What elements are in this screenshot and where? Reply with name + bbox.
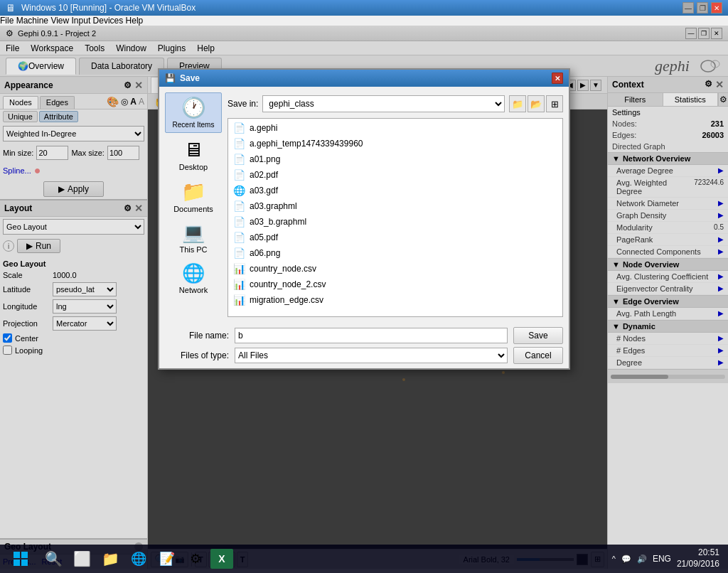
taskbar-clock[interactable]: 20:51 21/09/2016 <box>677 547 719 569</box>
file-a-gephi[interactable]: 📄 a.gephi <box>230 120 561 136</box>
title-bar: 🖥 Windows 10 [Running] - Oracle VM Virtu… <box>0 0 728 16</box>
menu-file[interactable]: File <box>0 16 14 26</box>
file-icon-0: 📄 <box>232 122 245 134</box>
start-button[interactable] <box>3 546 38 569</box>
filetype-select[interactable]: All Files <box>235 348 508 363</box>
taskbar-app-file-explorer[interactable]: 📁 <box>97 546 124 569</box>
tray-lang[interactable]: ENG <box>653 554 671 564</box>
this-pc-btn[interactable]: 💻 This PC <box>165 218 222 257</box>
svg-rect-30 <box>14 559 20 566</box>
file-icon-1: 📄 <box>232 138 245 149</box>
vbox-menu-bar: File Machine View Input Devices Help <box>0 16 728 26</box>
title-text: Windows 10 [Running] - Oracle VM Virtual… <box>21 3 196 13</box>
dialog-title: Save <box>180 73 200 83</box>
menu-help[interactable]: Help <box>126 16 144 26</box>
tray-message-icon[interactable]: 💬 <box>621 555 631 564</box>
save-in-select[interactable]: gephi_class <box>262 95 505 112</box>
file-country-node2-csv[interactable]: 📊 country_node_2.csv <box>230 277 561 292</box>
dialog-footer: File name: Save Files of type: All Files… <box>159 323 569 368</box>
save-btn[interactable]: Save <box>513 327 563 344</box>
file-icon-2: 📄 <box>232 154 245 165</box>
desktop-icon: 🖥 <box>183 138 203 161</box>
file-icon-5: 📄 <box>232 200 245 212</box>
network-btn[interactable]: 🌐 Network <box>165 259 222 298</box>
filename-input[interactable] <box>235 328 508 343</box>
filename-row: File name: Save <box>165 327 563 344</box>
desktop-btn[interactable]: 🖥 Desktop <box>165 134 222 175</box>
dialog-body: 🕐 Recent Items 🖥 Desktop 📁 Documents 💻 T… <box>159 87 569 323</box>
cancel-btn[interactable]: Cancel <box>513 347 563 364</box>
close-btn[interactable]: ✕ <box>711 2 722 14</box>
dialog-title-bar: 💾 Save ✕ <box>159 70 569 87</box>
dialog-close-btn[interactable]: ✕ <box>552 73 563 84</box>
recent-items-btn[interactable]: 🕐 Recent Items <box>165 92 222 133</box>
windows-logo <box>14 552 28 566</box>
pc-icon: 💻 <box>182 222 205 244</box>
gephi-window: ⚙ Gephi 0.9.1 - Project 2 — ❐ ✕ File Wor… <box>0 26 728 569</box>
file-icon-11: 📊 <box>232 294 245 306</box>
file-icon-8: 📄 <box>232 247 245 259</box>
save-dialog: 💾 Save ✕ 🕐 Recent Items 🖥 Desktop <box>158 68 570 370</box>
file-a01-png[interactable]: 📄 a01.png <box>230 151 561 167</box>
file-a03b-graphml[interactable]: 📄 a03_b.graphml <box>230 214 561 230</box>
taskbar-tray: ^ 💬 🔊 ENG 20:51 21/09/2016 <box>606 547 725 569</box>
menu-devices[interactable]: Devices <box>93 16 124 26</box>
maximize-btn[interactable]: ❐ <box>697 2 708 14</box>
file-a03-gdf[interactable]: 🌐 a03.gdf <box>230 183 561 198</box>
file-list[interactable]: 📄 a.gephi 📄 a.gephi_temp1474339439960 📄 … <box>228 118 563 317</box>
recent-icon: 🕐 <box>181 96 206 119</box>
network-location-icon: 🌐 <box>182 262 205 284</box>
menu-view[interactable]: View <box>50 16 69 26</box>
taskbar-app-edge[interactable]: 🌐 <box>125 546 152 569</box>
save-toolbar: 📁 📂 ⊞ <box>509 95 563 112</box>
tray-chevron[interactable]: ^ <box>612 555 616 563</box>
file-icon-10: 📊 <box>232 279 245 290</box>
file-a03-graphml[interactable]: 📄 a03.graphml <box>230 198 561 214</box>
task-view-btn[interactable]: ⬜ <box>68 546 95 569</box>
documents-btn[interactable]: 📁 Documents <box>165 176 222 217</box>
taskbar-app-gephi[interactable]: ⚙ <box>182 546 209 569</box>
taskbar-app-excel[interactable]: X <box>210 549 233 569</box>
file-migration-edge-csv[interactable]: 📊 migration_edge.csv <box>230 292 561 308</box>
virtualbox-icon: 🖥 <box>6 2 16 14</box>
file-a05-pdf[interactable]: 📄 a05.pdf <box>230 230 561 245</box>
svg-rect-31 <box>21 559 28 566</box>
file-icon-6: 📄 <box>232 216 245 227</box>
save-in-row: Save in: gephi_class 📁 📂 ⊞ <box>228 92 563 115</box>
menu-machine[interactable]: Machine <box>16 16 48 26</box>
filetype-row: Files of type: All Files Cancel <box>165 347 563 364</box>
window-controls[interactable]: — ❐ ✕ <box>682 2 722 14</box>
up-folder-btn[interactable]: 📁 <box>509 95 526 112</box>
file-a02-pdf[interactable]: 📄 a02.pdf <box>230 167 561 183</box>
tray-speaker-icon[interactable]: 🔊 <box>637 555 647 564</box>
file-icon-3: 📄 <box>232 169 245 181</box>
svg-rect-28 <box>14 552 20 558</box>
filetype-label: Files of type: <box>165 350 229 360</box>
file-country-node-csv[interactable]: 📊 country_node.csv <box>230 261 561 277</box>
documents-icon: 📁 <box>181 180 206 203</box>
taskbar-date-text: 21/09/2016 <box>677 559 719 569</box>
dialog-file-area: Save in: gephi_class 📁 📂 ⊞ 📄 <box>228 92 563 317</box>
save-in-label: Save in: <box>228 99 258 109</box>
taskbar-app-notepad[interactable]: 📝 <box>154 546 181 569</box>
view-toggle-btn[interactable]: ⊞ <box>546 95 563 112</box>
dialog-overlay: 💾 Save ✕ 🕐 Recent Items 🖥 Desktop <box>0 26 728 569</box>
filename-label: File name: <box>165 331 229 341</box>
taskbar-time-text: 20:51 <box>677 547 719 559</box>
taskbar: 🔍 ⬜ 📁 🌐 📝 ⚙ X ^ 💬 🔊 ENG 20:51 21/09/2016 <box>0 545 728 569</box>
minimize-btn[interactable]: — <box>682 2 694 14</box>
file-a-gephi-temp[interactable]: 📄 a.gephi_temp1474339439960 <box>230 136 561 151</box>
svg-rect-29 <box>21 552 28 558</box>
file-icon-4: 🌐 <box>232 185 245 196</box>
new-folder-btn[interactable]: 📂 <box>528 95 545 112</box>
menu-input[interactable]: Input <box>72 16 91 26</box>
file-a06-png[interactable]: 📄 a06.png <box>230 245 561 261</box>
file-icon-9: 📊 <box>232 263 245 274</box>
file-icon-7: 📄 <box>232 232 245 243</box>
dialog-sidebar: 🕐 Recent Items 🖥 Desktop 📁 Documents 💻 T… <box>165 92 222 317</box>
dialog-icon: 💾 <box>165 73 176 83</box>
search-btn[interactable]: 🔍 <box>40 546 67 569</box>
